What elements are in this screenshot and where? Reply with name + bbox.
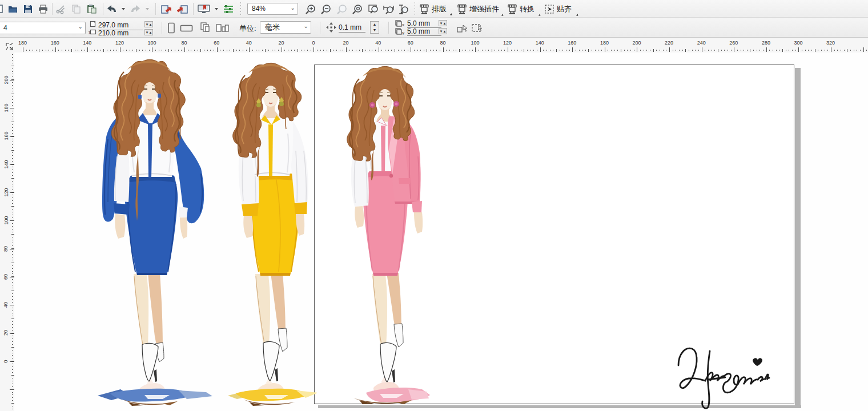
- svg-text:x: x: [402, 22, 404, 27]
- svg-text:y: y: [402, 30, 404, 35]
